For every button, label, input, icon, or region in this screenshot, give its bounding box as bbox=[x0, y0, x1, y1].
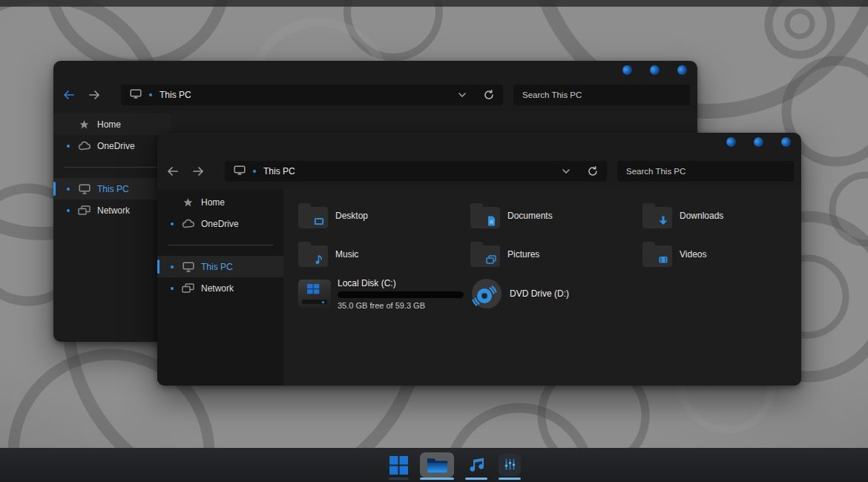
navigation-toolbar: This PC bbox=[53, 85, 697, 105]
folder-documents[interactable]: Documents bbox=[470, 197, 642, 235]
search-input[interactable] bbox=[617, 161, 794, 182]
folder-icon bbox=[642, 245, 672, 267]
sidebar-item-network[interactable]: Network bbox=[157, 277, 283, 299]
onedrive-cloud-icon bbox=[77, 141, 91, 151]
sidebar-item-onedrive[interactable]: OneDrive bbox=[53, 135, 171, 156]
arrow-left-icon bbox=[167, 166, 179, 176]
music-glyph-icon bbox=[313, 254, 325, 265]
search-input[interactable] bbox=[513, 85, 690, 105]
window-controls bbox=[726, 137, 791, 147]
address-bar[interactable]: This PC bbox=[121, 85, 503, 105]
sidebar-item-home[interactable]: Home bbox=[157, 191, 283, 213]
windows-logo-icon bbox=[307, 284, 320, 294]
address-path: This PC bbox=[263, 166, 295, 176]
close-button[interactable] bbox=[677, 65, 687, 75]
folder-downloads[interactable]: Downloads bbox=[642, 197, 815, 235]
expand-dot-icon[interactable] bbox=[67, 188, 70, 191]
sidebar-item-this-pc[interactable]: This PC bbox=[53, 178, 171, 199]
active-app-highlight bbox=[420, 452, 454, 478]
folder-icon bbox=[470, 207, 500, 228]
arrow-left-icon bbox=[63, 90, 75, 100]
hard-drive-icon bbox=[298, 279, 331, 308]
desktop-glyph-icon bbox=[313, 215, 325, 227]
folder-videos[interactable]: Videos bbox=[642, 235, 815, 274]
file-list-area: Desktop Documents Downloads Music bbox=[283, 189, 801, 386]
address-dropdown-chevron-icon[interactable] bbox=[458, 93, 466, 97]
sidebar-divider bbox=[64, 167, 160, 168]
folder-icon bbox=[470, 245, 500, 267]
disk-free-text: 35.0 GB free of 59.3 GB bbox=[338, 301, 464, 310]
explorer-window-front: This PC Desktop Do bbox=[157, 133, 801, 386]
navigation-pane: Home OneDrive This PC Network bbox=[53, 111, 171, 342]
sidebar-item-network[interactable]: Network bbox=[53, 199, 171, 221]
taskbar-items bbox=[387, 448, 523, 482]
taskbar bbox=[0, 448, 868, 482]
window-controls bbox=[622, 65, 687, 75]
home-star-icon bbox=[181, 197, 195, 208]
this-pc-monitor-icon bbox=[130, 88, 142, 102]
close-button[interactable] bbox=[781, 137, 791, 147]
taskbar-active-indicator bbox=[499, 478, 521, 480]
arrow-right-icon bbox=[192, 166, 204, 176]
sidebar-item-onedrive[interactable]: OneDrive bbox=[157, 213, 283, 234]
refresh-icon[interactable] bbox=[588, 166, 598, 176]
this-pc-monitor-icon bbox=[77, 184, 91, 194]
navigation-pane: Home OneDrive This PC Network bbox=[157, 189, 283, 386]
folder-pictures[interactable]: Pictures bbox=[470, 235, 642, 274]
title-bar[interactable] bbox=[157, 133, 801, 155]
maximize-button[interactable] bbox=[754, 137, 763, 147]
folder-desktop[interactable]: Desktop bbox=[298, 197, 470, 235]
address-bar[interactable]: This PC bbox=[225, 161, 607, 182]
file-explorer-folder-icon bbox=[426, 456, 449, 475]
back-button[interactable] bbox=[59, 85, 79, 105]
sidebar-item-this-pc[interactable]: This PC bbox=[157, 256, 283, 277]
expand-dot-icon[interactable] bbox=[67, 145, 70, 148]
windows-start-icon bbox=[389, 455, 409, 475]
sidebar-divider bbox=[168, 245, 273, 245]
address-dropdown-chevron-icon[interactable] bbox=[562, 169, 570, 174]
folder-music[interactable]: Music bbox=[298, 235, 470, 274]
search-box bbox=[617, 161, 794, 182]
minimize-button[interactable] bbox=[726, 137, 736, 147]
refresh-icon[interactable] bbox=[484, 90, 494, 100]
disk-usage-bar bbox=[338, 291, 464, 298]
taskbar-mixer-button[interactable] bbox=[496, 448, 523, 482]
this-pc-monitor-icon bbox=[181, 262, 195, 272]
network-icon bbox=[77, 205, 91, 216]
expand-dot-icon[interactable] bbox=[171, 222, 174, 225]
expand-dot-icon[interactable] bbox=[171, 265, 174, 268]
maximize-button[interactable] bbox=[650, 65, 660, 75]
taskbar-explorer-button[interactable] bbox=[418, 448, 456, 482]
title-bar[interactable] bbox=[53, 61, 697, 83]
downloads-glyph-icon bbox=[657, 215, 669, 227]
music-note-icon bbox=[465, 455, 487, 475]
forward-button[interactable] bbox=[188, 161, 208, 182]
forward-button[interactable] bbox=[85, 85, 104, 105]
taskbar-music-button[interactable] bbox=[463, 448, 490, 482]
back-button[interactable] bbox=[163, 161, 183, 182]
folder-icon bbox=[642, 207, 672, 228]
breadcrumb-separator-icon bbox=[149, 93, 152, 96]
dvd-disc-icon bbox=[470, 277, 503, 310]
mixer-icon bbox=[499, 454, 521, 476]
arrow-right-icon bbox=[88, 90, 100, 100]
search-box bbox=[513, 85, 690, 105]
sidebar-item-home[interactable]: Home bbox=[53, 113, 171, 135]
address-path: This PC bbox=[160, 90, 191, 100]
documents-glyph-icon bbox=[485, 215, 497, 227]
breadcrumb-separator-icon bbox=[253, 170, 256, 173]
taskbar-active-indicator bbox=[420, 478, 454, 480]
drive-local-disk[interactable]: Local Disk (C:) 35.0 GB free of 59.3 GB bbox=[298, 277, 470, 310]
videos-glyph-icon bbox=[657, 254, 669, 265]
folder-icon bbox=[298, 207, 328, 228]
minimize-button[interactable] bbox=[622, 65, 632, 75]
home-star-icon bbox=[77, 119, 91, 130]
expand-dot-icon[interactable] bbox=[67, 209, 70, 212]
taskbar-start-button[interactable] bbox=[387, 448, 411, 482]
drive-dvd[interactable]: DVD Drive (D:) bbox=[470, 277, 642, 310]
onedrive-cloud-icon bbox=[181, 219, 195, 229]
expand-dot-icon[interactable] bbox=[171, 287, 174, 290]
this-pc-monitor-icon bbox=[234, 165, 246, 178]
taskbar-active-indicator bbox=[389, 478, 409, 480]
drive-tiles: Local Disk (C:) 35.0 GB free of 59.3 GB bbox=[298, 277, 642, 310]
